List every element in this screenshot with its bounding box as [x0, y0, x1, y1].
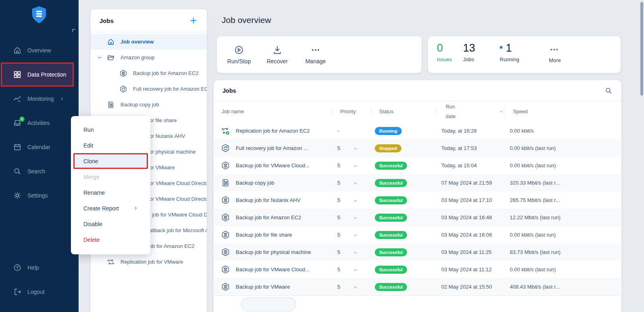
tree-item-replication-job-for-vmware[interactable]: Replication job for VMware: [91, 254, 207, 270]
table-row[interactable]: Backup job for VMware5Successful02 May 2…: [214, 278, 621, 295]
table-search-button[interactable]: [605, 87, 613, 95]
sidebar-item-label: Settings: [27, 192, 48, 199]
column-header-priority[interactable]: Priority: [332, 107, 371, 116]
toolbar-button-manage[interactable]: Manage: [299, 36, 332, 73]
tree-item-full-recovery-job-for-amazon-ec2[interactable]: Full recovery job for Amazon EC2: [91, 81, 207, 97]
table-row[interactable]: Backup job for file share5Successful03 M…: [214, 226, 621, 243]
context-menu-item-run[interactable]: Run: [71, 122, 150, 137]
column-header-job-name[interactable]: Job name: [214, 107, 332, 116]
priority-dropdown[interactable]: [353, 267, 358, 272]
context-menu-item-merge: Merge: [71, 169, 150, 185]
chevron-left-icon: [59, 96, 65, 102]
stats-card: 0Issues13Jobs1RunningMore: [428, 36, 621, 73]
table-row[interactable]: Full recovery job for Amazon ...5Stopped…: [214, 139, 621, 157]
tree-item-backup-copy-job[interactable]: Backup copy job: [91, 97, 207, 112]
column-header-status[interactable]: Status: [371, 107, 435, 116]
priority-dropdown[interactable]: [353, 198, 358, 203]
context-menu-item-disable[interactable]: Disable: [71, 216, 150, 232]
priority-dropdown[interactable]: [353, 146, 358, 151]
sidebar-footer: HelpLogout: [0, 256, 79, 304]
priority-value: 5: [337, 197, 340, 203]
status-cell: Successful: [371, 231, 435, 239]
tree-item-label: Full recovery job for Amazon EC2: [133, 86, 207, 92]
run-date-cell: 02 May 2024 at 15:50: [435, 284, 504, 290]
chevron-down-icon: [353, 215, 358, 221]
context-menu-item-edit[interactable]: Edit: [71, 137, 150, 153]
context-menu-item-clone[interactable]: Clone: [73, 153, 148, 169]
sidebar-item-label: Data Protection: [27, 71, 66, 78]
stat-jobs[interactable]: 13Jobs: [463, 42, 475, 62]
table-title: Jobs: [222, 87, 236, 94]
toolbar-button-recover[interactable]: Recover: [261, 36, 293, 73]
sidebar-item-overview[interactable]: Overview: [0, 38, 79, 62]
vertical-scrollbar-thumb[interactable]: [640, 2, 643, 96]
table-row[interactable]: Replication job for Amazon EC2-RunningTo…: [214, 122, 621, 139]
priority-cell: 5: [332, 162, 371, 168]
job-name-cell: Replication job for Amazon EC2: [214, 126, 332, 135]
monitoring-icon: [13, 94, 22, 103]
context-menu-item-create-report[interactable]: Create Report: [71, 200, 150, 216]
tree-item-job-overview[interactable]: Job overview: [91, 34, 207, 50]
stat-issues[interactable]: 0Issues: [437, 42, 452, 62]
speed-cell: 0.00 kbit/s: [504, 128, 621, 134]
recovery-icon: [221, 144, 230, 153]
job-name: Backup job for file share: [236, 232, 292, 238]
table-row[interactable]: Backup job for physical machine5Successf…: [214, 243, 621, 261]
column-header-run-date[interactable]: Run date: [435, 107, 504, 116]
priority-dropdown[interactable]: [353, 163, 358, 168]
status-badge: Running: [375, 127, 402, 135]
status-cell: Successful: [371, 283, 435, 291]
run-date-cell: 03 May 2024 at 16:48: [435, 214, 504, 220]
priority-cell: 5: [332, 214, 371, 220]
home-icon: [13, 46, 22, 55]
sidebar-item-monitoring[interactable]: Monitoring: [0, 87, 79, 111]
table-row[interactable]: Backup job for VMware Cloud...5Successfu…: [214, 157, 621, 174]
sidebar-item-search[interactable]: Search: [0, 159, 79, 183]
priority-dropdown[interactable]: [353, 215, 358, 220]
download-icon: [272, 45, 283, 55]
sidebar-item-activities[interactable]: 1Activities: [0, 111, 79, 135]
sidebar: OverviewData ProtectionMonitoring1Activi…: [0, 0, 79, 312]
speed-cell: 0.00 kbit/s (last run): [504, 266, 621, 272]
home-icon: [107, 38, 115, 46]
sidebar-item-help[interactable]: Help: [0, 256, 79, 280]
sidebar-item-calendar[interactable]: Calendar: [0, 135, 79, 159]
sidebar-nav: OverviewData ProtectionMonitoring1Activi…: [0, 38, 79, 208]
priority-value: 5: [337, 249, 340, 255]
table-row[interactable]: Backup job for VMware Cloud...5Successfu…: [214, 261, 621, 278]
table-row[interactable]: Backup job for Nutanix AHV5Successful03 …: [214, 191, 621, 209]
priority-value: 5: [337, 284, 340, 290]
column-header-speed[interactable]: Speed: [504, 107, 621, 116]
tree-item-label: Job overview: [120, 39, 154, 45]
stat-label: Jobs: [463, 56, 475, 62]
priority-dropdown[interactable]: [353, 284, 358, 290]
run-date-cell: 03 May 2024 at 11:25: [435, 249, 504, 255]
tree-item-backup-job-for-amazon-ec2[interactable]: Backup job for Amazon EC2: [91, 65, 207, 81]
table-row[interactable]: Backup job for Amazon EC25Successful03 M…: [214, 209, 621, 226]
stat-more[interactable]: More: [549, 42, 561, 63]
speed-cell: 0.00 kbit/s (last run): [504, 162, 621, 168]
sidebar-item-data-protection[interactable]: Data Protection: [1, 62, 74, 87]
job-name-cell: Backup job for VMware: [214, 282, 332, 291]
activities-count-badge: 1: [19, 116, 25, 122]
pagination-button[interactable]: [241, 297, 296, 311]
sidebar-item-settings[interactable]: Settings: [0, 183, 79, 208]
menu-item-label: Delete: [83, 237, 100, 243]
page-title: Job overview: [222, 15, 271, 25]
priority-dropdown[interactable]: [353, 232, 358, 238]
tree-item-amazon-group[interactable]: Amazon group: [91, 50, 207, 65]
stat-running[interactable]: 1Running: [500, 42, 519, 62]
sidebar-item-logout[interactable]: Logout: [0, 280, 79, 304]
priority-dropdown[interactable]: [353, 180, 358, 186]
status-cell: Successful: [371, 162, 435, 170]
toolbar-button-run-stop[interactable]: Run/Stop: [223, 36, 255, 73]
priority-dropdown[interactable]: [353, 250, 358, 255]
priority-value: 5: [337, 232, 340, 238]
column-header-label: Status: [379, 109, 393, 114]
table-body: Replication job for Amazon EC2-RunningTo…: [214, 122, 621, 295]
context-menu-item-delete[interactable]: Delete: [71, 232, 150, 248]
table-row[interactable]: Backup copy job5Successful07 May 2024 at…: [214, 174, 621, 191]
toolbar-button-label: Recover: [261, 58, 293, 64]
add-job-button[interactable]: [189, 16, 198, 25]
context-menu-item-rename[interactable]: Rename: [71, 185, 150, 200]
